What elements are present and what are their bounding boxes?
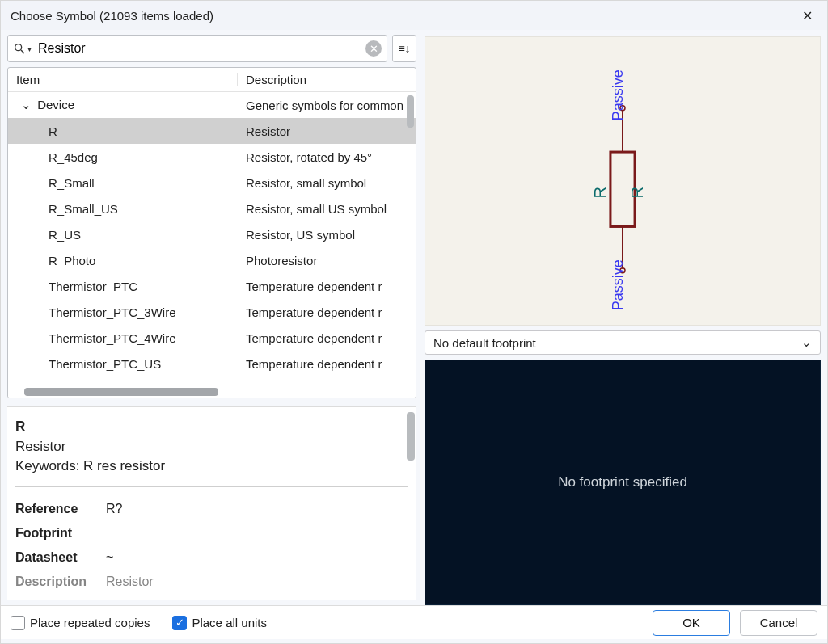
tree-item-name: R_Photo <box>49 254 95 267</box>
tree-item-description: Resistor, rotated by 45° <box>246 150 372 164</box>
column-header-description[interactable]: Description <box>238 73 416 86</box>
sort-icon: ≡↓ <box>398 42 410 55</box>
left-column: ▾ ✕ ≡↓ Item Description ⌄ Device <box>7 35 416 605</box>
tree-item-description: Resistor <box>246 124 290 138</box>
svg-point-0 <box>15 44 22 51</box>
detail-keywords-line: Keywords: R res resistor <box>15 457 408 477</box>
ok-button[interactable]: OK <box>653 610 730 636</box>
keywords-label: Keywords: <box>15 458 79 474</box>
scrollbar-thumb[interactable] <box>24 388 218 396</box>
tree-item-row[interactable]: R_SmallResistor, small symbol <box>8 170 416 196</box>
search-menu-caret-icon[interactable]: ▾ <box>27 44 32 53</box>
tree-item-name: R <box>49 124 57 138</box>
search-field-wrap[interactable]: ▾ ✕ <box>7 35 387 62</box>
titlebar: Choose Symbol (21093 items loaded) ✕ <box>1 1 827 30</box>
field-label-reference: Reference <box>15 502 106 516</box>
field-row-reference: Reference R? <box>15 497 408 521</box>
close-icon[interactable]: ✕ <box>796 5 819 27</box>
tree-item-name: R_45deg <box>49 150 98 164</box>
field-label-datasheet: Datasheet <box>15 550 106 565</box>
field-value-reference: R? <box>106 502 122 516</box>
tree-body[interactable]: ⌄ Device Generic symbols for common RRes… <box>8 92 416 386</box>
search-row: ▾ ✕ ≡↓ <box>7 35 416 62</box>
detail-type: Resistor <box>15 437 408 457</box>
field-value-description: Resistor <box>106 575 154 589</box>
tree-item-name: Thermistor_PTC_3Wire <box>49 305 176 319</box>
checkbox-box: ✓ <box>172 616 187 630</box>
footprint-select[interactable]: No default footprint ⌄ <box>425 330 821 355</box>
tree-item-description: Resistor, small US symbol <box>246 202 387 216</box>
tree-item-name: R_Small <box>49 176 95 190</box>
pin-label-top: Passive <box>610 69 626 120</box>
tree-header: Item Description <box>8 68 416 92</box>
tree-item-name: Thermistor_PTC <box>49 280 137 293</box>
field-label-description: Description <box>15 575 106 589</box>
cancel-button[interactable]: Cancel <box>740 610 817 636</box>
tree-item-description: Temperature dependent r <box>246 357 382 371</box>
tree-item-row[interactable]: R_PhotoPhotoresistor <box>8 247 416 273</box>
symbol-tree: Item Description ⌄ Device Generic symbol… <box>7 67 416 398</box>
footprint-view-message: No footprint specified <box>558 474 687 490</box>
tree-item-description: Resistor, US symbol <box>246 228 355 242</box>
column-header-item[interactable]: Item <box>8 73 238 86</box>
tree-item-description: Resistor, small symbol <box>246 176 366 190</box>
library-name: Device <box>37 98 74 112</box>
footprint-select-label: No default footprint <box>433 336 536 350</box>
field-value-datasheet: ~ <box>106 550 113 565</box>
svg-line-1 <box>21 50 24 53</box>
chevron-down-icon: ⌄ <box>801 335 812 350</box>
field-row-footprint: Footprint <box>15 521 408 545</box>
preview-value: R <box>628 187 646 199</box>
tree-item-name: R_Small_US <box>49 202 118 216</box>
tree-item-row[interactable]: Thermistor_PTC_3WireTemperature dependen… <box>8 299 416 325</box>
tree-item-row[interactable]: Thermistor_PTCTemperature dependent r <box>8 273 416 299</box>
tree-item-description: Photoresistor <box>246 254 317 267</box>
tree-item-name: Thermistor_PTC_4Wire <box>49 331 176 345</box>
tree-item-name: Thermistor_PTC_US <box>49 357 161 371</box>
content-area: ▾ ✕ ≡↓ Item Description ⌄ Device <box>1 30 827 605</box>
tree-item-description: Temperature dependent r <box>246 305 382 319</box>
preview-ref: R <box>591 187 609 199</box>
details-panel: R Resistor Keywords: R res resistor Refe… <box>7 406 416 600</box>
details-scrollbar[interactable] <box>407 412 415 461</box>
tree-item-row[interactable]: R_Small_USResistor, small US symbol <box>8 196 416 221</box>
horizontal-scrollbar[interactable] <box>8 386 416 398</box>
tree-library-row[interactable]: ⌄ Device Generic symbols for common <box>8 92 416 118</box>
checkbox-label-all-units: Place all units <box>192 616 267 629</box>
tree-item-row[interactable]: R_USResistor, US symbol <box>8 221 416 247</box>
tree-item-name: R_US <box>49 228 81 242</box>
field-label-footprint: Footprint <box>15 526 106 541</box>
tree-item-row[interactable]: Thermistor_PTC_USTemperature dependent r <box>8 351 416 377</box>
tree-item-description: Temperature dependent r <box>246 331 382 345</box>
symbol-preview[interactable]: Passive Passive R R <box>425 36 821 326</box>
footprint-viewer[interactable]: No footprint specified <box>425 360 821 605</box>
library-description: Generic symbols for common <box>238 99 416 112</box>
keywords-value: R res resistor <box>83 458 165 474</box>
tree-item-description: Temperature dependent r <box>246 280 382 293</box>
bottom-bar: Place repeated copies ✓ Place all units … <box>1 605 827 639</box>
option-checkboxes: Place repeated copies ✓ Place all units <box>11 616 267 630</box>
detail-name: R <box>15 417 408 437</box>
clear-search-icon[interactable]: ✕ <box>365 40 382 57</box>
chevron-down-icon[interactable]: ⌄ <box>21 98 32 112</box>
window-title: Choose Symbol (21093 items loaded) <box>11 9 213 23</box>
tree-item-row[interactable]: Thermistor_PTC_4WireTemperature dependen… <box>8 325 416 351</box>
checkbox-place-all-units[interactable]: ✓ Place all units <box>172 616 267 630</box>
checkbox-label-repeated: Place repeated copies <box>30 616 150 629</box>
dialog-buttons: OK Cancel <box>653 610 817 636</box>
tree-item-row[interactable]: R_45degResistor, rotated by 45° <box>8 144 416 170</box>
vertical-scrollbar[interactable] <box>407 95 414 128</box>
search-input[interactable] <box>36 40 365 57</box>
checkbox-box <box>11 616 25 630</box>
detail-divider <box>15 486 408 487</box>
right-column: Passive Passive R R No default footprint… <box>425 35 821 605</box>
search-icon <box>13 42 26 55</box>
pin-label-bottom: Passive <box>610 259 626 310</box>
tree-item-row[interactable]: RResistor <box>8 118 416 144</box>
sort-button[interactable]: ≡↓ <box>392 35 416 62</box>
field-row-description: Description Resistor <box>15 570 408 594</box>
field-row-datasheet: Datasheet ~ <box>15 545 408 570</box>
checkbox-place-repeated[interactable]: Place repeated copies <box>11 616 150 630</box>
